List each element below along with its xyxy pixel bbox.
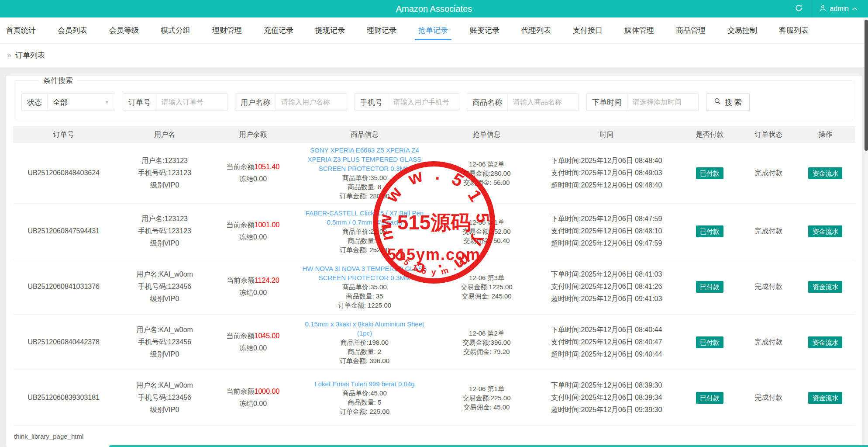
frozen-balance: 冻结0.00 (218, 398, 289, 410)
paid-status-badge: 已付款 (696, 167, 723, 179)
user-phone-value: 手机号码:123456 (117, 392, 212, 404)
funds-flow-button[interactable]: 资金流水 (808, 392, 842, 404)
grab-sequence: 12-06 第2单 (441, 329, 533, 338)
nav-tab-5[interactable]: 理财管理 (212, 17, 242, 43)
grab-amount: 交易金额:1225.00 (441, 282, 533, 291)
table-header-row: 订单号 用户名 用户余额 商品信息 抢单信息 时间 是否付款 订单状态 操作 (13, 126, 855, 143)
product-price: 商品单价:35.00 (293, 173, 435, 182)
nav-tab-16[interactable]: 客服列表 (779, 17, 809, 43)
table-row: UB2512060848403624 用户名:123123 手机号码:12312… (13, 143, 855, 204)
nav-tab-6[interactable]: 充值记录 (264, 17, 293, 43)
order-number: UB2512060839303181 (28, 394, 100, 401)
user-level-value: 级别VIP0 (117, 237, 212, 249)
product-qty: 商品数量: 9 (293, 236, 435, 245)
product-price: 商品单价:35.00 (293, 282, 435, 291)
grab-sequence: 12-06 第3单 (441, 273, 533, 282)
current-balance: 当前余额1001.00 (218, 219, 289, 231)
product-link[interactable]: 0.15mm x 3kaki x 8kaki Aluminium Sheet (… (299, 319, 430, 338)
refresh-icon (795, 4, 803, 14)
table-row: UB2512060840442378 用户名:KAI_w0om 手机号码:123… (13, 315, 855, 370)
product-link[interactable]: SONY XPERIA E6683 Z5 XPERIA Z4 XPERIA Z3… (299, 146, 430, 173)
status-selected-value: 全部 (48, 94, 104, 111)
funds-flow-button[interactable]: 资金流水 (808, 167, 842, 179)
product-name-input[interactable] (508, 94, 579, 111)
order-number: UB2512060840442378 (28, 338, 100, 346)
nav-tab-3[interactable]: 会员等级 (109, 17, 139, 43)
grab-amount: 交易金额:396.00 (441, 338, 533, 347)
user-name-value: 用户名:KAI_w0om (117, 379, 212, 392)
user-name-value: 用户名:KAI_w0om (117, 324, 212, 336)
user-phone-value: 手机号码:123123 (117, 225, 212, 237)
frozen-balance: 冻结0.00 (218, 287, 289, 299)
col-header-action: 操作 (796, 130, 855, 139)
nav-tab-10[interactable]: 账变记录 (470, 17, 499, 43)
time-ordered: 下单时间:2025年12月06日 08:47:59 (537, 213, 675, 225)
nav-tab-14[interactable]: 商品管理 (676, 17, 706, 43)
order-no-input[interactable] (156, 94, 227, 111)
user-name-value: 用户名:123123 (117, 213, 212, 225)
product-total: 订单金额: 396.00 (293, 356, 435, 365)
product-link[interactable]: HW NOVA 3I NOVA 3 TEMPERED GLASS SCREEN … (299, 264, 430, 282)
grab-amount: 交易金额:252.00 (441, 227, 533, 236)
nav-tab-12[interactable]: 支付接口 (573, 17, 603, 43)
order-number: UB2512060841031376 (28, 283, 100, 290)
time-ordered: 下单时间:2025年12月06日 08:39:30 (537, 379, 675, 392)
col-header-order-no: 订单号 (13, 130, 114, 139)
funds-flow-button[interactable]: 资金流水 (808, 225, 842, 237)
grab-commission: 交易佣金: 245.00 (441, 291, 533, 301)
nav-tab-1[interactable]: 首页统计 (6, 17, 36, 43)
nav-tab-9[interactable]: 抢单记录 (418, 17, 448, 43)
col-header-paid: 是否付款 (678, 130, 741, 139)
order-list-card: 条件搜索 状态 全部 ▼ 订单号 用户名称 手机号 商品名称 (6, 76, 862, 447)
product-link[interactable]: Loket Emas Tulen 999 berat 0.04g (314, 379, 414, 388)
nav-tab-13[interactable]: 媒体管理 (624, 17, 654, 43)
grab-sequence: 12-06 第1单 (441, 218, 533, 227)
status-select[interactable]: 状态 全部 ▼ (21, 94, 115, 111)
product-link[interactable]: FABER-CASTELL Click X5 / X7 Ball Pen 0.5… (299, 208, 430, 227)
funds-flow-button[interactable]: 资金流水 (808, 281, 842, 293)
paid-status-badge: 已付款 (696, 281, 723, 293)
grab-commission: 交易佣金: 56.00 (441, 178, 533, 187)
nav-tab-2[interactable]: 会员列表 (58, 17, 87, 43)
current-balance: 当前余额1045.00 (218, 330, 289, 342)
status-label: 状态 (22, 94, 48, 111)
order-status-text: 完成付款 (754, 227, 782, 235)
search-button[interactable]: 搜 索 (706, 94, 750, 111)
user-name-value: 用户名:KAI_w0om (117, 268, 212, 281)
table-row: UB2512060847594431 用户名:123123 手机号码:12312… (13, 204, 855, 259)
order-time-input[interactable] (627, 94, 698, 111)
order-number: UB2512060847594431 (28, 227, 100, 235)
user-menu[interactable]: admin (811, 0, 862, 17)
paid-status-badge: 已付款 (696, 336, 723, 348)
search-button-label: 搜 索 (725, 97, 742, 107)
product-total: 订单金额: 252.00 (293, 245, 435, 254)
nav-tab-8[interactable]: 理财记录 (367, 17, 396, 43)
breadcrumb-arrow-icon: » (7, 51, 11, 60)
product-total: 订单金额: 1225.00 (293, 301, 435, 310)
product-price: 商品单价:45.00 (293, 388, 435, 398)
refresh-button[interactable] (786, 0, 811, 17)
product-price: 商品单价:198.00 (293, 338, 435, 347)
debug-footer-note: think_library_page_html (14, 433, 861, 440)
time-timeout: 超时时间:2025年12月06日 09:48:40 (537, 179, 675, 191)
search-panel-title: 条件搜索 (39, 76, 77, 86)
scrollbar-thumb[interactable] (865, 20, 868, 151)
time-timeout: 超时时间:2025年12月06日 09:40:44 (537, 348, 675, 360)
time-paid: 支付时间:2025年12月06日 08:39:34 (537, 392, 675, 404)
grab-sequence: 12-06 第1单 (441, 384, 533, 393)
phone-label: 手机号 (355, 94, 388, 111)
nav-tab-11[interactable]: 代理列表 (521, 17, 551, 43)
nav-tab-7[interactable]: 提现记录 (315, 17, 345, 43)
product-total: 订单金额: 225.00 (293, 407, 435, 416)
nav-tab-15[interactable]: 交易控制 (727, 17, 757, 43)
funds-flow-button[interactable]: 资金流水 (808, 336, 842, 348)
page-title: Amazon Associates (0, 4, 868, 14)
user-name-input[interactable] (276, 94, 347, 111)
paid-status-badge: 已付款 (696, 225, 723, 237)
caret-down-icon: ▼ (104, 94, 115, 111)
phone-input[interactable] (388, 94, 459, 111)
nav-tab-4[interactable]: 模式分组 (161, 17, 190, 43)
time-ordered: 下单时间:2025年12月06日 08:40:44 (537, 324, 675, 336)
time-paid: 支付时间:2025年12月06日 08:49:03 (537, 167, 675, 179)
user-phone-value: 手机号码:123456 (117, 281, 212, 293)
